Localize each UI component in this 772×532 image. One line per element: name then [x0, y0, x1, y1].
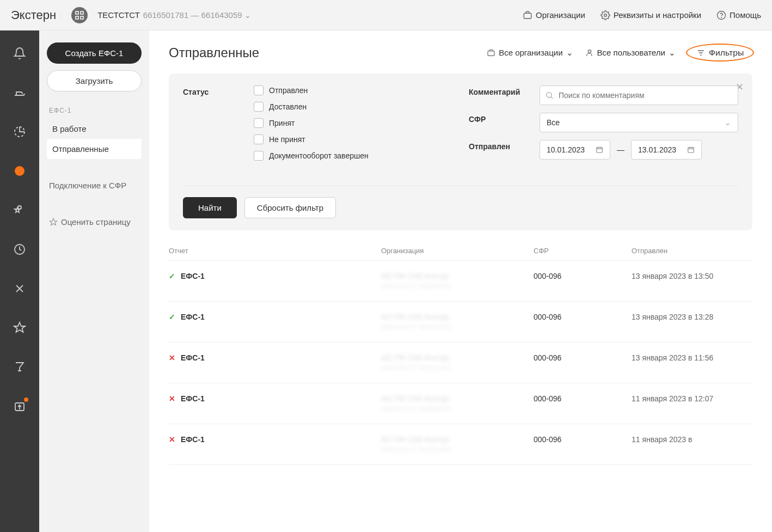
org-id-blurred: 6663003127 660850001: [381, 323, 534, 331]
rate-page-link[interactable]: Оценить страницу: [47, 212, 142, 232]
date-from-value: 10.01.2023: [547, 145, 585, 154]
all-users-label: Все пользователи: [597, 48, 665, 57]
checkbox-delivered-label: Доставлен: [269, 102, 307, 111]
org-name-blurred: АО ПФ СКБ Контур: [381, 435, 534, 444]
rate-page-label: Оценить страницу: [61, 217, 131, 227]
brand-logo: Экстерн: [11, 8, 56, 22]
sent-date: 13 января 2023 в 13:50: [632, 272, 752, 290]
svg-rect-0: [76, 11, 78, 14]
date-from-input[interactable]: 10.01.2023: [540, 140, 610, 160]
sfr-code: 000-096: [534, 435, 632, 454]
svg-rect-4: [524, 13, 531, 19]
sidebar-section-label: ЕФС-1: [49, 107, 142, 114]
org-id-blurred: 6663003127 660850001: [381, 283, 534, 290]
checkbox-completed[interactable]: [254, 151, 264, 161]
status-ok-icon: ✓: [169, 313, 175, 321]
svg-point-9: [15, 166, 24, 176]
rail-clock-icon[interactable]: [7, 236, 33, 262]
rail-sled-icon[interactable]: [7, 80, 33, 106]
top-link-orgs-label: Организации: [536, 10, 585, 20]
sfr-code: 000-096: [534, 313, 632, 331]
org-id-blurred: 6663003127 660850001: [381, 446, 534, 454]
sent-date-label: Отправлен: [469, 140, 540, 151]
org-name-blurred: АО ПФ СКБ Контур: [381, 394, 534, 403]
rail-pie-icon[interactable]: [7, 119, 33, 145]
table-body: ✓ЕФС-1АО ПФ СКБ Контур6663003127 6608500…: [169, 261, 752, 465]
rail-tools-icon[interactable]: [7, 276, 33, 302]
svg-rect-2: [76, 16, 78, 19]
sfr-select[interactable]: Все ⌄: [540, 113, 738, 132]
rail-active-icon[interactable]: [7, 158, 33, 184]
table-row[interactable]: ✕ЕФС-1АО ПФ СКБ Контур6663003127 6608500…: [169, 383, 752, 424]
rail-bell-icon[interactable]: [7, 40, 33, 66]
nav-in-work[interactable]: В работе: [47, 119, 142, 139]
sent-date: 11 января 2023 в 12:07: [632, 394, 752, 413]
nav-connect-sfr[interactable]: Подключение к СФР: [47, 175, 142, 195]
status-ok-icon: ✓: [169, 272, 175, 280]
checkbox-delivered[interactable]: [254, 102, 264, 112]
table-row[interactable]: ✕ЕФС-1АО ПФ СКБ Контур6663003127 6608500…: [169, 424, 752, 465]
rail-star-person-icon[interactable]: [7, 197, 33, 223]
checkbox-sent[interactable]: [254, 85, 264, 95]
org-name-blurred: АО ПФ СКБ Контур: [381, 313, 534, 321]
date-to-input[interactable]: 13.01.2023: [631, 140, 702, 160]
status-error-icon: ✕: [169, 353, 175, 362]
calendar-icon: [596, 146, 603, 154]
svg-rect-13: [488, 51, 494, 56]
upload-button[interactable]: Загрузить: [47, 70, 142, 91]
th-sent: Отправлен: [632, 247, 752, 255]
sidebar: Создать ЕФС-1 Загрузить ЕФС-1 В работе О…: [39, 30, 149, 532]
top-link-settings[interactable]: Реквизиты и настройки: [601, 10, 701, 20]
rail-archive-icon[interactable]: [7, 393, 33, 419]
chevron-down-icon: ⌄: [725, 118, 731, 127]
top-link-orgs[interactable]: Организации: [523, 10, 585, 20]
sfr-select-value: Все: [547, 118, 560, 127]
table-row[interactable]: ✓ЕФС-1АО ПФ СКБ Контур6663003127 6608500…: [169, 261, 752, 302]
report-name: ЕФС-1: [181, 313, 205, 321]
status-label: Статус: [183, 85, 254, 96]
calendar-icon: [687, 146, 695, 154]
status-checkboxes: Отправлен Доставлен Принят Не принят Док…: [254, 85, 452, 167]
svg-point-7: [721, 17, 722, 17]
svg-point-14: [588, 50, 591, 52]
rail-glass-icon[interactable]: [7, 354, 33, 380]
table-row[interactable]: ✕ЕФС-1АО ПФ СКБ Контур6663003127 6608500…: [169, 343, 752, 383]
svg-point-5: [604, 14, 607, 16]
find-button[interactable]: Найти: [183, 197, 237, 218]
top-link-help[interactable]: Помощь: [716, 10, 761, 20]
comment-search-input[interactable]: [540, 85, 738, 105]
filters-button[interactable]: Фильтры: [686, 44, 754, 62]
th-report: Отчет: [169, 247, 381, 255]
sfr-code: 000-096: [534, 353, 632, 372]
svg-point-15: [547, 93, 552, 97]
th-sfr: СФР: [534, 247, 632, 255]
sfr-label: СФР: [469, 113, 540, 124]
nav-sent[interactable]: Отправленные: [47, 139, 142, 159]
top-link-settings-label: Реквизиты и настройки: [614, 10, 701, 20]
main-content: Отправленные Все организации ⌄ Все польз…: [149, 30, 772, 532]
checkbox-rejected[interactable]: [254, 134, 264, 144]
all-users-dropdown[interactable]: Все пользователи ⌄: [585, 48, 676, 58]
svg-rect-16: [597, 148, 603, 152]
table-row[interactable]: ✓ЕФС-1АО ПФ СКБ Контур6663003127 6608500…: [169, 302, 752, 343]
rail-star-icon[interactable]: [7, 315, 33, 341]
sfr-code: 000-096: [534, 272, 632, 290]
top-link-help-label: Помощь: [730, 10, 761, 20]
sfr-code: 000-096: [534, 394, 632, 413]
create-efs-button[interactable]: Создать ЕФС-1: [47, 42, 142, 64]
report-name: ЕФС-1: [181, 353, 205, 362]
checkbox-rejected-label: Не принят: [269, 135, 305, 144]
org-name-blurred: АО ПФ СКБ Контур: [381, 353, 534, 362]
date-dash: —: [617, 145, 624, 154]
checkbox-accepted[interactable]: [254, 118, 264, 128]
reset-filter-button[interactable]: Сбросить фильтр: [244, 197, 336, 218]
filters-label: Фильтры: [709, 48, 744, 57]
sent-date: 11 января 2023 в: [632, 435, 752, 454]
org-name[interactable]: ТЕСТСТСТ: [97, 10, 140, 20]
date-to-value: 13.01.2023: [638, 145, 676, 154]
app-grid-icon[interactable]: [71, 7, 88, 23]
all-orgs-dropdown[interactable]: Все организации ⌄: [487, 48, 573, 58]
chevron-down-icon[interactable]: ⌄: [244, 11, 251, 20]
chevron-down-icon: ⌄: [566, 48, 573, 58]
icon-rail: [0, 30, 39, 532]
